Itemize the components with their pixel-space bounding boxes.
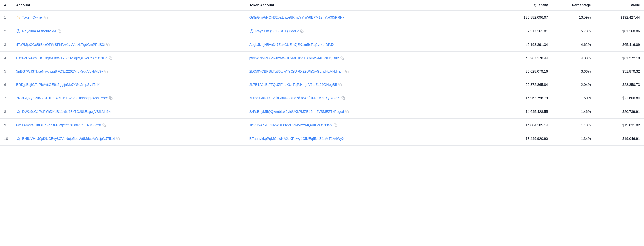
copy-account-button[interactable] <box>109 56 112 60</box>
copy-account-button[interactable] <box>116 137 120 140</box>
copy-account-button[interactable] <box>104 70 108 73</box>
header-account: Account <box>12 0 245 10</box>
quantity-value: 13,449,920.90 <box>478 132 552 146</box>
svg-rect-24 <box>347 138 349 140</box>
token-address-link[interactable]: BFauhykkpPqMCbwKA2zXRswy4C5JEq5NeZ1uMT1A… <box>249 137 344 141</box>
account-address-link[interactable]: 5nBG7WJ3TkxeNvycwjq8iFD3x2262MrcKrduVcyb… <box>16 69 103 73</box>
account-address-link[interactable]: Bs3FcUw6esTuCGkjX4JXW1Y5CJvSg2QEYoCfS71z… <box>16 56 107 60</box>
table-row: 1 Token Owner Gr9nGmRiNQH32baLnwe8RhwYYh… <box>0 10 644 24</box>
token-account-icon <box>16 136 21 141</box>
row-number: 1 <box>0 10 12 24</box>
quantity-value: 57,317,161.01 <box>478 24 552 38</box>
account-cell: Token Owner <box>12 10 245 24</box>
table-row: 8 DWX9eGJPoPYhDKdB11h6tf68xTCJ8kE1gwjVBf… <box>0 105 644 119</box>
token-account-cell: 2b659YCBPSkTg86UwYYCrUiRXZ9WhCjyGLndHxVN… <box>245 65 478 78</box>
token-address-link[interactable]: AcgLJkjojNBvn3k7ZczCUEm7jEK1m5xTtq2yrzaf… <box>249 43 334 47</box>
raydium-token-icon <box>249 29 254 33</box>
percentage-value: 2.04% <box>552 78 595 91</box>
copy-token-button[interactable] <box>338 83 342 86</box>
svg-rect-6 <box>302 31 304 33</box>
row-number: 3 <box>0 38 12 52</box>
copy-account-button[interactable] <box>102 123 106 127</box>
token-address-link[interactable]: 2b7B1AJcEtFTQUZFnLKUrTqTcHmjnV6tbZL29DNp… <box>249 83 337 87</box>
header-percentage: Percentage <box>552 0 595 10</box>
copy-token-button[interactable] <box>334 123 337 127</box>
token-account-cell: 2b7B1AJcEtFTQUZFnLKUrTqTcHmjnV6tbZL29DNp… <box>245 78 478 91</box>
token-account-cell: BFauhykkpPqMCbwKA2zXRswy4C5JEq5NeZ1uMT1A… <box>245 132 478 146</box>
usd-value: $192,427.44 <box>595 10 644 24</box>
svg-rect-20 <box>104 125 106 127</box>
percentage-value: 4.62% <box>552 38 595 52</box>
token-address-link[interactable]: pfkewCipTcD5dwuxaWGExMEjKv5EXbKa54AuRnJQ… <box>249 56 339 60</box>
usd-value: $19,046.91 <box>595 132 644 146</box>
row-number: 7 <box>0 91 12 105</box>
token-account-cell: pfkewCipTcD5dwuxaWGExMEjKv5EXbKa54AuRnJQ… <box>245 52 478 65</box>
token-address-link[interactable]: 7Dt8NGaG1Y1vJkGa6GG7uq7dYoArtfDFPdMrCKyB… <box>249 96 340 100</box>
account-address-link[interactable]: Token Owner <box>22 15 43 19</box>
percentage-value: 1.34% <box>552 132 595 146</box>
copy-account-button[interactable] <box>102 83 105 86</box>
percentage-value: 1.40% <box>552 119 595 132</box>
token-address-link[interactable]: 8zPsBnyM5QQwmbLw2yfdUKkPMZE46rm5V3MEZTxP… <box>249 110 344 114</box>
usd-value: $22,606.84 <box>595 91 644 105</box>
svg-rect-23 <box>118 138 120 140</box>
account-cell: DWX9eGJPoPYhDKdB11h6tf68xTCJ8kE1gwjVBfLM… <box>12 105 245 119</box>
account-address-link[interactable]: 6yc1Amrxs8JtfDiL4FN5f6P7ffp321XDXF5fETRM… <box>16 123 101 127</box>
copy-token-button[interactable] <box>341 96 345 100</box>
account-cell: 7RRGQZyhRuV2GtTrEetwYCBTB23h9HNhoqq9A8hE… <box>12 91 245 105</box>
row-number: 6 <box>0 78 12 91</box>
table-row: 34ToPMjoCGcBtBxxQFiMSFhFzv1vvVqfzLTgdGmP… <box>0 38 644 52</box>
account-cell: 4ToPMjoCGcBtBxxQFiMSFhFzv1vvVqfzLTgdGmPR… <box>12 38 245 52</box>
account-address-link[interactable]: 4ToPMjoCGcBtBxxQFiMSFhFzv1vvVqfzLTgdGmPR… <box>16 43 105 47</box>
usd-value: $51,870.32 <box>595 65 644 78</box>
row-number: 4 <box>0 52 12 65</box>
percentage-value: 1.60% <box>552 91 595 105</box>
header-num: # <box>0 0 12 10</box>
token-address-link[interactable]: Raydium (SOL-BCT) Pool 2 <box>255 29 299 33</box>
copy-account-button[interactable] <box>114 110 117 113</box>
token-address-link[interactable]: 2b659YCBPSkTg86UwYYCrUiRXZ9WhCjyGLndHxVN… <box>249 69 344 73</box>
account-address-link[interactable]: BNfUVHnJQd2UCEvy8CVqNujo5eaW9MdceAW1jpNJ… <box>22 137 115 141</box>
raydium-account-icon <box>16 29 21 33</box>
percentage-value: 13.59% <box>552 10 595 24</box>
token-account-cell: Jicv3rxAgkEONZwUu8tcZDvx4Vmzr4QVuEo8ttN3… <box>245 119 478 132</box>
token-account-cell: AcgLJkjojNBvn3k7ZczCUEm7jEK1m5xTtq2yrzaf… <box>245 38 478 52</box>
account-address-link[interactable]: ERDjpEcjfGTePbAvitGE6s5ggijnMp7YSeJmpSv1… <box>16 83 100 87</box>
account-address-link[interactable]: DWX9eGJPoPYhDKdB11h6tf68xTCJ8kE1gwjVBfLM… <box>22 110 112 114</box>
table-row: 10 BNfUVHnJQd2UCEvy8CVqNujo5eaW9MdceAW1j… <box>0 132 644 146</box>
svg-rect-7 <box>107 44 109 46</box>
token-address-link[interactable]: Gr9nGmRiNQH32baLnwe8RhwYYhW6EPM1shYbK95R… <box>249 15 344 19</box>
table-header-row: # Account Token Account Quantity Percent… <box>0 0 644 10</box>
svg-rect-18 <box>115 111 117 113</box>
copy-token-button[interactable] <box>346 137 349 140</box>
usd-value: $20,739.91 <box>595 105 644 119</box>
quantity-value: 20,372,865.84 <box>478 78 552 91</box>
svg-marker-17 <box>17 110 20 113</box>
quantity-value: 15,963,756.79 <box>478 91 552 105</box>
token-account-cell: 8zPsBnyM5QQwmbLw2yfdUKkPMZE46rm5V3MEZTxP… <box>245 105 478 119</box>
table-row: 55nBG7WJ3TkxeNvycwjq8iFD3x2262MrcKrduVcy… <box>0 65 644 78</box>
svg-rect-10 <box>342 58 344 60</box>
quantity-value: 135,882,096.07 <box>478 10 552 24</box>
account-address-link[interactable]: Raydium Authority V4 <box>22 29 56 33</box>
row-number: 2 <box>0 24 12 38</box>
holders-table-container: # Account Token Account Quantity Percent… <box>0 0 644 146</box>
copy-token-button[interactable] <box>340 56 344 60</box>
copy-token-button[interactable] <box>345 110 349 113</box>
table-row: 77RRGQZyhRuV2GtTrEetwYCBTB23h9HNhoqq9A8h… <box>0 91 644 105</box>
copy-token-button[interactable] <box>346 16 349 19</box>
svg-rect-11 <box>106 71 108 73</box>
usd-value: $19,831.82 <box>595 119 644 132</box>
copy-account-button[interactable] <box>109 96 113 100</box>
copy-account-button[interactable] <box>44 16 48 19</box>
copy-token-button[interactable] <box>336 43 339 46</box>
svg-rect-12 <box>346 71 348 73</box>
copy-token-button[interactable] <box>345 70 349 73</box>
copy-account-button[interactable] <box>106 43 110 46</box>
usd-value: $28,850.73 <box>595 78 644 91</box>
account-address-link[interactable]: 7RRGQZyhRuV2GtTrEetwYCBTB23h9HNhoqq9A8hE… <box>16 96 108 100</box>
percentage-value: 3.66% <box>552 65 595 78</box>
token-address-link[interactable]: Jicv3rxAgkEONZwUu8tcZDvx4Vmzr4QVuEo8ttN3… <box>249 123 332 127</box>
copy-token-button[interactable] <box>300 29 304 33</box>
copy-account-button[interactable] <box>58 29 61 33</box>
